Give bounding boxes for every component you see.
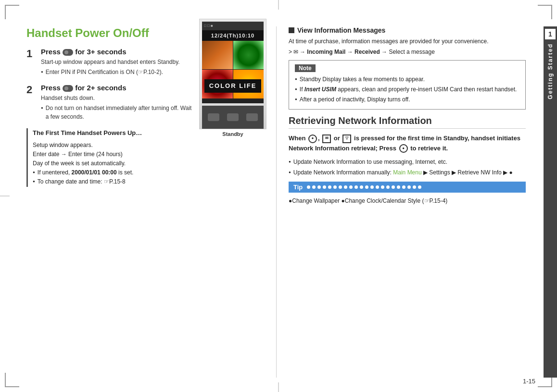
- note-label: Note: [295, 64, 316, 72]
- first-time-box: The First Time Handset Powers Up… Setup …: [26, 128, 266, 187]
- signal-icons: □ □ ■: [204, 24, 213, 28]
- tip-dot-6: [333, 185, 337, 189]
- corner-mark-tl: [5, 5, 19, 19]
- phone-img-0: [202, 41, 233, 70]
- step-1-body-line1: Start-up window appears and handset ente…: [41, 58, 192, 66]
- step-2-body-line1: Handset shuts down.: [41, 94, 192, 102]
- tip-content: ●Change Wallpaper ●Change Clock/Calendar…: [289, 196, 526, 205]
- retrieving-bullet1: Update Network Information to use messag…: [289, 158, 526, 166]
- tip-dot-20: [407, 185, 411, 189]
- circle-icon-3: ●: [509, 169, 512, 176]
- section-square-icon: [289, 27, 294, 33]
- tip-dot-9: [349, 185, 353, 189]
- step-2-content: Press for 2+ seconds Handset shuts down.…: [41, 84, 192, 121]
- corner-mark-bl: [5, 373, 19, 387]
- tip-dot-3: [317, 185, 321, 189]
- step-2-heading-text: Press for 2+ seconds: [41, 84, 127, 92]
- view-info-title: View Information Messages: [297, 26, 385, 34]
- phone-bottom-keys: [202, 106, 264, 129]
- end-key-icon: [63, 49, 73, 56]
- step-2-number: 2: [26, 84, 41, 95]
- phone-image: □ □ ■ 12/24(Th)10:10 COLOR LIFE: [199, 19, 266, 129]
- step-2-heading: Press for 2+ seconds: [41, 84, 192, 92]
- tip-dot-14: [376, 185, 379, 189]
- tick-bottom: [278, 382, 279, 392]
- note-box: Note Standby Display takes a few moments…: [289, 60, 526, 110]
- first-time-line1: Setup window appears.: [33, 141, 266, 150]
- chapter-tab: 1 Getting Started: [544, 26, 557, 378]
- tip-dot-7: [339, 185, 342, 189]
- tip-dot-2: [312, 185, 316, 189]
- retrieving-bold-para: When ●, ✉ or ▽ is pressed for the first …: [289, 134, 526, 154]
- step-1-number: 1: [26, 48, 41, 59]
- nav-text: → Incoming Mail → Received → Select a me…: [300, 49, 435, 55]
- chapter-label: Getting Started: [547, 43, 554, 99]
- phone-logo: COLOR LIFE: [204, 79, 261, 93]
- phone-screen-date: 12/24(Th)10:10: [202, 30, 264, 41]
- nav-arrow: >: [289, 49, 292, 55]
- tip-dot-21: [413, 185, 416, 189]
- first-time-line2: Enter date → Enter time (24 hours): [33, 150, 266, 159]
- first-time-bullet1: If unentered, 2000/01/01 00:00 is set.: [33, 168, 266, 177]
- nav-mail-icon: ✉: [293, 49, 298, 55]
- down-icon: ▽: [342, 135, 351, 143]
- tip-dot-10: [354, 185, 358, 189]
- right-column: View Information Messages At time of pur…: [277, 26, 531, 378]
- main-menu-text: Main Menu: [393, 169, 421, 176]
- tip-box: Tip: [289, 182, 526, 193]
- tip-dot-22: [418, 185, 421, 189]
- step-1-heading: Press for 3+ seconds: [41, 48, 192, 56]
- phone-screen: □ □ ■ 12/24(Th)10:10 COLOR LIFE: [202, 22, 264, 103]
- tip-dot-12: [365, 185, 368, 189]
- phone-key-1: [208, 113, 219, 121]
- tip-dot-16: [386, 185, 390, 189]
- tip-dot-5: [328, 185, 331, 189]
- end-key-icon-2: [63, 85, 73, 92]
- phone-screen-header: □ □ ■: [202, 22, 264, 30]
- step-1-bullet-1: Enter PIN if PIN Certification is ON (☞P…: [41, 68, 192, 76]
- phone-label: Standby: [222, 131, 243, 137]
- tip-dot-17: [392, 185, 395, 189]
- retrieving-bullet2: Update Network Information manually: Mai…: [289, 168, 526, 177]
- first-time-bullet2: To change date and time: ☞P.15-8: [33, 177, 266, 186]
- step-2-body: Handset shuts down. Do not turn on hands…: [41, 94, 192, 121]
- tip-dot-19: [402, 185, 405, 189]
- note-item-1: Standby Display takes a few moments to a…: [295, 75, 519, 84]
- step-1-content: Press for 3+ seconds Start-up window app…: [41, 48, 192, 76]
- view-info-desc: At time of purchase, information message…: [289, 37, 526, 46]
- tip-dot-8: [344, 185, 347, 189]
- tip-dot-11: [360, 185, 363, 189]
- tip-dot-13: [370, 185, 374, 189]
- view-info-nav: > ✉ → Incoming Mail → Received → Select …: [289, 49, 526, 55]
- page-number: 1-15: [523, 378, 535, 385]
- tip-dot-18: [397, 185, 400, 189]
- tick-left: [0, 196, 10, 196]
- circle-icon-2: ●: [399, 144, 408, 153]
- tip-dot-15: [381, 185, 384, 189]
- tip-dot-1: [307, 185, 310, 189]
- step-1-heading-text: Press for 3+ seconds: [41, 48, 127, 56]
- circle-icon-1: ●: [308, 135, 317, 143]
- retrieving-title: Retrieving Network Information: [289, 115, 526, 129]
- step-2-bullet-1: Do not turn on handset immediately after…: [41, 104, 192, 121]
- phone-img-1: [233, 41, 264, 70]
- chapter-number: 1: [545, 29, 556, 39]
- mail-icon: ✉: [322, 135, 331, 143]
- first-time-line3: Day of the week is set automatically.: [33, 159, 266, 168]
- tip-dot-4: [323, 185, 326, 189]
- phone-key-2: [227, 113, 239, 121]
- corner-mark-tr: [538, 5, 552, 19]
- tip-dots: [307, 185, 421, 189]
- note-item-2: If Insert USIM appears, clean and proper…: [295, 85, 519, 94]
- left-column: Handset Power On/Off □ □ ■ 12/24(Th)10:1…: [26, 26, 277, 378]
- view-info-header: View Information Messages: [289, 26, 526, 34]
- step-2: 2 Press for 2+ seconds Handset shuts dow…: [26, 84, 192, 121]
- step-1-body: Start-up window appears and handset ente…: [41, 58, 192, 76]
- tip-label: Tip: [293, 184, 303, 191]
- tick-top: [278, 0, 279, 10]
- step-1: 1 Press for 3+ seconds Start-up window a…: [26, 48, 192, 76]
- phone-image-area: □ □ ■ 12/24(Th)10:10 COLOR LIFE: [199, 19, 266, 137]
- note-item-3: After a period of inactivity, Display tu…: [295, 95, 519, 104]
- phone-key-3: [246, 113, 258, 121]
